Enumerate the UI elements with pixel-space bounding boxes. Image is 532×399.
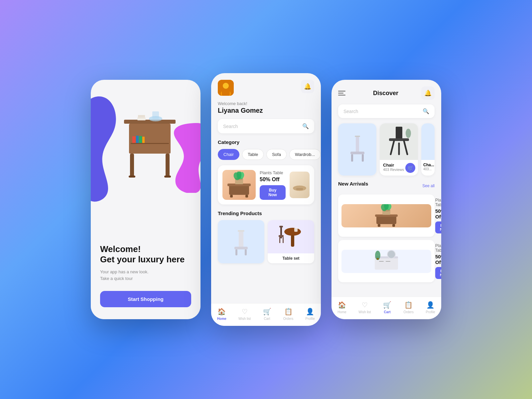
nav-item-profile[interactable]: 👤 Profile [306, 308, 315, 321]
notification-button[interactable]: 🔔 [301, 80, 314, 93]
discover-nav-orders[interactable]: 📋 Orders [403, 301, 414, 314]
arrival-2-buy-button[interactable]: Buy Now [435, 267, 441, 279]
category-tab-wardrobe[interactable]: Wardrob... [289, 149, 321, 160]
chair-2-image [380, 123, 418, 160]
home-search-bar[interactable]: Search 🔍 [218, 119, 314, 133]
new-arrivals-header: New Arrivals See all [338, 181, 435, 191]
trending-item-table-set[interactable]: Table set [268, 220, 314, 263]
svg-rect-12 [152, 111, 159, 119]
discover-search-placeholder: Search [343, 109, 358, 114]
category-tab-table[interactable]: Table [242, 149, 264, 160]
featured-product-info: Plants Table 50% Off Buy Now [260, 170, 286, 200]
discover-content: Discover 🔔 Search 🔍 [332, 80, 441, 319]
chair-2-add-to-cart-button[interactable]: 🛒 [405, 163, 415, 173]
category-tab-chair[interactable]: Chair [218, 149, 239, 160]
svg-rect-45 [350, 152, 364, 154]
svg-rect-21 [230, 195, 233, 198]
arrival-2-info: Plants Table 50% Off Buy Now [435, 243, 441, 279]
product-card-partial: Cha...403... [421, 123, 435, 176]
svg-rect-9 [129, 176, 135, 178]
svg-rect-40 [279, 237, 280, 243]
svg-rect-3 [132, 136, 136, 143]
arrival-1-price: 50% Off [435, 208, 441, 219]
svg-line-50 [391, 141, 394, 154]
welcome-screen: Welcome! Get your luxury here Your app h… [91, 80, 200, 319]
svg-rect-44 [356, 137, 359, 153]
svg-rect-39 [279, 235, 284, 237]
bottom-navigation: 🏠 Home ♡ Wish list 🛒 Cart 📋 Orders 👤 Pro… [211, 303, 321, 326]
svg-rect-69 [377, 258, 379, 260]
cart-icon: 🛒 [263, 308, 271, 316]
discover-page-title: Discover [373, 90, 398, 97]
welcome-bottom-section: Welcome! Get your luxury here Your app h… [91, 237, 200, 319]
svg-rect-67 [386, 261, 390, 262]
svg-rect-36 [291, 235, 294, 247]
start-shopping-button[interactable]: Start Shopping [100, 291, 191, 307]
trending-chair-image [218, 220, 264, 263]
menu-button[interactable] [338, 87, 350, 99]
discover-search-icon: 🔍 [423, 108, 429, 114]
discover-nav-cart[interactable]: 🛒 Cart [383, 301, 391, 314]
new-arrivals-title: New Arrivals [338, 181, 368, 187]
category-section-title: Category [218, 139, 314, 145]
discover-nav-profile[interactable]: 👤 Profile [426, 301, 435, 314]
featured-product-image [222, 170, 256, 200]
discover-nav-home[interactable]: 🏠 Home [337, 301, 346, 314]
discover-profile-label: Profile [426, 310, 435, 314]
svg-rect-66 [379, 261, 384, 262]
svg-rect-47 [362, 154, 364, 162]
discover-wishlist-label: Wish list [358, 310, 371, 314]
see-all-button[interactable]: See all [422, 184, 435, 188]
arrival-1-buy-button[interactable]: Buy Now [435, 221, 441, 233]
discover-header: Discover 🔔 [338, 86, 435, 100]
arrival-card-1: Plants Table 50% Off Buy Now [338, 195, 435, 237]
category-tabs: Chair Table Sofa Wardrob... [218, 149, 314, 160]
svg-rect-42 [294, 228, 298, 232]
discover-search-bar[interactable]: Search 🔍 [338, 104, 435, 118]
svg-point-35 [284, 228, 301, 236]
orders-nav-label: Orders [283, 317, 294, 321]
menu-line-2 [338, 93, 343, 93]
discover-home-label: Home [337, 310, 346, 314]
featured-buy-now-button[interactable]: Buy Now [260, 185, 286, 200]
arrival-1-name: Plants Table [435, 198, 441, 207]
featured-product-price: 50% Off [260, 177, 286, 183]
discover-home-icon: 🏠 [338, 301, 346, 309]
svg-rect-8 [166, 154, 170, 177]
svg-rect-5 [139, 136, 142, 143]
svg-rect-7 [130, 154, 134, 177]
nav-item-wishlist[interactable]: ♡ Wish list [238, 308, 251, 321]
product-card-chair-2[interactable]: Chair 403 Reviews 🛒 [380, 123, 418, 176]
discover-bottom-navigation: 🏠 Home ♡ Wish list 🛒 Cart 📋 Orders 👤 Pro… [332, 297, 441, 319]
category-tab-sofa[interactable]: Sofa [266, 149, 287, 160]
cart-nav-label: Cart [264, 317, 270, 321]
wishlist-nav-label: Wish list [238, 317, 251, 321]
product-card-chair-1[interactable]: Chair 403 Reviews 🛒 [338, 123, 376, 176]
trending-table-set-label: Table set [268, 253, 314, 263]
discover-nav-wishlist[interactable]: ♡ Wish list [358, 301, 371, 314]
svg-rect-56 [378, 224, 380, 227]
discover-orders-icon: 📋 [404, 301, 413, 309]
arrival-2-image [341, 250, 431, 273]
welcome-title: Welcome! Get your luxury here [100, 244, 191, 265]
trending-products-title: Trending Products [218, 210, 314, 216]
nav-item-home[interactable]: 🏠 Home [217, 308, 226, 321]
nav-item-orders[interactable]: 📋 Orders [283, 308, 294, 321]
svg-point-65 [387, 250, 395, 258]
furniture-illustration [111, 96, 191, 196]
svg-rect-54 [376, 216, 396, 224]
nav-item-cart[interactable]: 🛒 Cart [263, 308, 271, 321]
arrival-card-2: Plants Table 50% Off Buy Now [338, 240, 435, 282]
arrival-2-price: 50% Off [435, 254, 441, 265]
svg-rect-32 [234, 247, 248, 249]
home-header: 🔔 [218, 80, 314, 96]
discover-notification-button[interactable]: 🔔 [421, 86, 435, 100]
svg-rect-19 [229, 185, 249, 195]
avatar[interactable] [218, 80, 234, 96]
trending-item-chair[interactable]: Chair [218, 220, 264, 263]
svg-rect-22 [245, 195, 248, 198]
username-display: Liyana Gomez [218, 107, 314, 114]
svg-rect-14 [138, 115, 145, 118]
home-screen: 🔔 Welcome back! Liyana Gomez Search 🔍 Ca… [211, 73, 321, 326]
arrival-1-info: Plants Table 50% Off Buy Now [435, 198, 441, 233]
